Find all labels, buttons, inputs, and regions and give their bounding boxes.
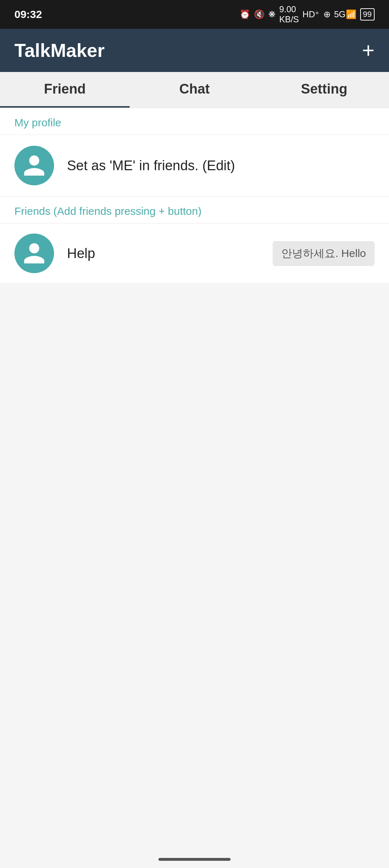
- my-profile-row[interactable]: Set as 'ME' in friends. (Edit): [0, 135, 389, 196]
- my-profile-avatar: [14, 146, 54, 185]
- signal-icon: 5G📶: [334, 9, 357, 19]
- app-title: TalkMaker: [14, 40, 105, 61]
- tab-chat-label: Chat: [179, 81, 210, 97]
- tab-friend-label: Friend: [44, 81, 86, 97]
- hd-icon: HD⁺: [303, 9, 320, 19]
- my-profile-section-label: My profile: [0, 108, 389, 135]
- my-profile-name: Set as 'ME' in friends. (Edit): [67, 158, 375, 173]
- app-header: TalkMaker +: [0, 29, 389, 72]
- mute-icon: 🔇: [254, 9, 265, 19]
- alarm-icon: ⏰: [240, 9, 250, 19]
- tab-setting[interactable]: Setting: [259, 72, 389, 108]
- bluetooth-icon: ❋: [268, 9, 276, 19]
- status-time: 09:32: [14, 8, 42, 21]
- tab-bar: Friend Chat Setting: [0, 72, 389, 108]
- user-icon: [22, 153, 47, 178]
- last-message-bubble: 안녕하세요. Hello: [273, 241, 375, 266]
- tab-friend[interactable]: Friend: [0, 72, 130, 108]
- add-button[interactable]: +: [362, 40, 375, 61]
- tab-setting-label: Setting: [301, 81, 348, 97]
- friend-avatar: [14, 234, 54, 273]
- wifi-icon: ⊕: [323, 9, 331, 19]
- friends-section-label: Friends (Add friends pressing + button): [0, 196, 389, 223]
- home-indicator: [158, 858, 231, 861]
- data-speed: 9.00KB/S: [279, 4, 299, 24]
- friend-row[interactable]: Help 안녕하세요. Hello: [0, 223, 389, 284]
- content-area: My profile Set as 'ME' in friends. (Edit…: [0, 108, 389, 284]
- battery-icon: 99: [360, 8, 375, 21]
- status-bar: 09:32 ⏰ 🔇 ❋ 9.00KB/S HD⁺ ⊕ 5G📶 99: [0, 0, 389, 29]
- friend-user-icon: [22, 241, 47, 266]
- tab-chat[interactable]: Chat: [130, 72, 259, 108]
- friend-name: Help: [67, 246, 273, 261]
- status-icons: ⏰ 🔇 ❋ 9.00KB/S HD⁺ ⊕ 5G📶 99: [240, 4, 375, 24]
